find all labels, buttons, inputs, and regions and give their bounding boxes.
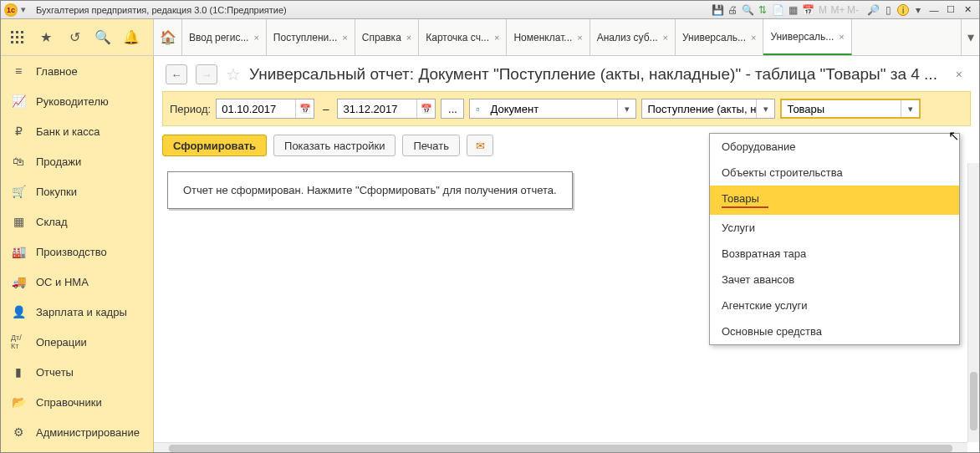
m-minus-icon[interactable]: M-	[845, 3, 860, 17]
dropdown-item[interactable]: Агентские услуги	[710, 293, 959, 318]
info-dd-icon[interactable]: ▾	[911, 3, 926, 17]
preview-icon[interactable]: 🔍	[740, 3, 755, 17]
dropdown-item[interactable]: Возвратная тара	[710, 241, 959, 267]
calendar-icon[interactable]: 📅	[295, 99, 314, 118]
dropdown-item[interactable]: Объекты строительства	[710, 160, 959, 186]
tab-bar: 🏠 Ввод регис...× Поступлени...× Справка×…	[154, 19, 961, 55]
search-icon[interactable]: 🔍	[93, 28, 113, 48]
chevron-down-icon[interactable]: ▾	[901, 100, 919, 117]
favorite-icon[interactable]: ★	[36, 28, 56, 48]
email-button[interactable]: ✉	[467, 135, 493, 156]
m-icon[interactable]: M	[815, 3, 830, 17]
tab-analiz[interactable]: Анализ суб...×	[590, 19, 676, 55]
close-icon[interactable]: ×	[839, 32, 844, 42]
svg-rect-3	[16, 31, 18, 33]
sidebar-item-refs[interactable]: 📂Справочники	[1, 387, 153, 417]
close-icon[interactable]: ×	[494, 33, 499, 43]
gear-icon: ⚙	[11, 425, 26, 440]
sidebar-item-purchases[interactable]: 🛒Покупки	[1, 176, 153, 206]
window-title: Бухгалтерия предприятия, редакция 3.0 (1…	[36, 5, 287, 15]
svg-rect-7	[21, 36, 23, 38]
app-menu-dropdown[interactable]: ▾	[18, 4, 29, 15]
table-select-dropdown: Оборудование Объекты строительства Товар…	[709, 133, 960, 345]
chevron-down-icon[interactable]: ▾	[756, 99, 774, 118]
tab-spravka[interactable]: Справка×	[355, 19, 420, 55]
tab-universal-1[interactable]: Универсаль...×	[676, 19, 763, 55]
sidebar-item-production[interactable]: 🏭Производство	[1, 237, 153, 267]
page-close-button[interactable]: ×	[951, 68, 967, 81]
star-icon[interactable]: ☆	[226, 64, 241, 84]
title-bar: 1c ▾ Бухгалтерия предприятия, редакция 3…	[1, 1, 979, 19]
sidebar-item-operations[interactable]: Дт/КтОперации	[1, 327, 153, 357]
svg-rect-10	[21, 41, 23, 43]
bars-icon: ▮	[11, 364, 26, 379]
chevron-down-icon[interactable]: ▾	[617, 99, 635, 118]
home-tab[interactable]: 🏠	[154, 19, 182, 55]
source-doc-select[interactable]: Поступление (акты, нак ▾	[641, 99, 775, 119]
calendar-icon[interactable]: 📅	[800, 3, 815, 17]
m-plus-icon[interactable]: M+	[830, 3, 845, 17]
panel-icon[interactable]: ▯	[880, 3, 896, 17]
compare-icon[interactable]: ⇅	[755, 3, 770, 17]
sidebar-item-assets[interactable]: 🚚ОС и НМА	[1, 267, 153, 297]
save-icon[interactable]: 💾	[710, 3, 725, 17]
sidebar-item-reports[interactable]: ▮Отчеты	[1, 357, 153, 387]
close-button[interactable]: ✕	[959, 3, 976, 17]
apps-icon[interactable]	[8, 28, 28, 48]
vertical-scrollbar[interactable]	[967, 163, 979, 442]
sidebar-item-payroll[interactable]: 👤Зарплата и кадры	[1, 297, 153, 327]
top-toolbar: ★ ↺ 🔍 🔔 🏠 Ввод регис...× Поступлени...× …	[1, 19, 979, 56]
report-empty-message: Отчет не сформирован. Нажмите "Сформиров…	[167, 171, 573, 209]
dropdown-item[interactable]: Оборудование	[710, 134, 959, 160]
minimize-button[interactable]: —	[926, 3, 942, 17]
maximize-button[interactable]: ☐	[942, 3, 959, 17]
sidebar-item-admin[interactable]: ⚙Администрирование	[1, 417, 153, 447]
print-icon[interactable]: 🖨	[725, 3, 740, 17]
tab-nomenklat[interactable]: Номенклат...×	[507, 19, 590, 55]
history-icon[interactable]: ↺	[64, 28, 84, 48]
sidebar-item-main[interactable]: ≡Главное	[1, 56, 153, 86]
cart-icon: 🛒	[11, 184, 26, 199]
svg-rect-5	[11, 36, 13, 38]
tab-vvod-regis[interactable]: Ввод регис...×	[182, 19, 267, 55]
forward-button[interactable]: →	[196, 64, 217, 84]
dtkt-icon: Дт/Кт	[11, 334, 26, 349]
print-button[interactable]: Печать	[402, 135, 460, 156]
svg-rect-2	[11, 31, 13, 33]
horizontal-scrollbar[interactable]	[154, 442, 967, 453]
sidebar: ≡Главное 📈Руководителю ₽Банк и касса 🛍Пр…	[1, 56, 154, 453]
sidebar-item-warehouse[interactable]: ▦Склад	[1, 206, 153, 237]
close-icon[interactable]: ×	[406, 33, 411, 43]
close-icon[interactable]: ×	[342, 33, 347, 43]
show-settings-button[interactable]: Показать настройки	[273, 135, 396, 156]
tab-kartochka[interactable]: Карточка сч...×	[419, 19, 507, 55]
date-from-input[interactable]: 01.10.2017 📅	[216, 99, 314, 119]
info-icon[interactable]: i	[896, 3, 911, 17]
zoom-in-icon[interactable]: 🔎	[865, 3, 880, 17]
bell-icon[interactable]: 🔔	[121, 28, 141, 48]
close-icon[interactable]: ×	[663, 33, 668, 43]
doc-icon[interactable]: 📄	[770, 3, 785, 17]
dropdown-item[interactable]: Услуги	[710, 215, 959, 241]
tab-universal-2[interactable]: Универсаль...×	[763, 19, 851, 55]
chart-icon: 📈	[11, 94, 26, 109]
tabs-overflow-button[interactable]: ▾	[961, 19, 979, 55]
generate-button[interactable]: Сформировать	[162, 135, 267, 156]
period-picker-button[interactable]: ...	[441, 99, 464, 119]
close-icon[interactable]: ×	[751, 33, 756, 43]
close-icon[interactable]: ×	[253, 33, 258, 43]
back-button[interactable]: ←	[166, 64, 187, 84]
calc-icon[interactable]: ▦	[785, 3, 800, 17]
source-type-select[interactable]: ▫ Документ ▾	[469, 99, 636, 119]
table-select[interactable]: Товары ▾	[780, 99, 921, 119]
calendar-icon[interactable]: 📅	[416, 99, 435, 118]
sidebar-item-sales[interactable]: 🛍Продажи	[1, 146, 153, 176]
dropdown-item[interactable]: Зачет авансов	[710, 267, 959, 293]
sidebar-item-manager[interactable]: 📈Руководителю	[1, 86, 153, 116]
close-icon[interactable]: ×	[577, 33, 582, 43]
tab-postupleni[interactable]: Поступлени...×	[267, 19, 355, 55]
dropdown-item-selected[interactable]: Товары	[710, 186, 959, 215]
date-to-input[interactable]: 31.12.2017 📅	[337, 99, 436, 119]
sidebar-item-bank[interactable]: ₽Банк и касса	[1, 116, 153, 146]
dropdown-item[interactable]: Основные средства	[710, 318, 959, 344]
